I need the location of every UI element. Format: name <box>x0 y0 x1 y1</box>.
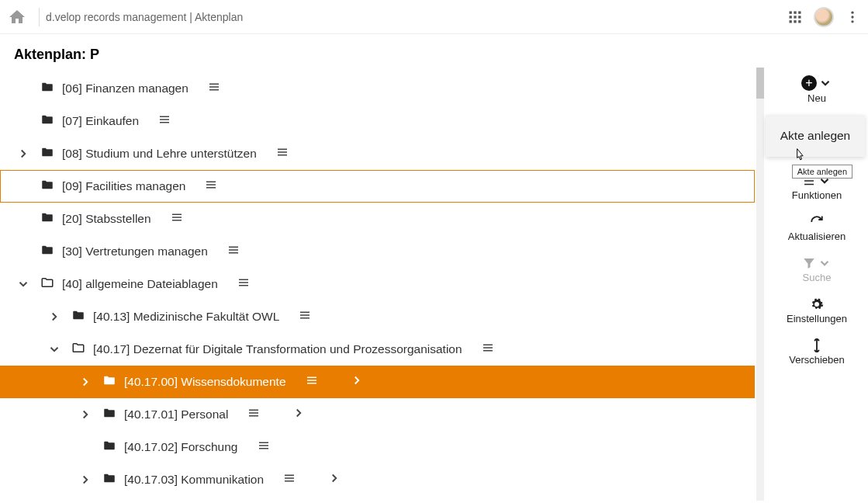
row-menu-icon[interactable] <box>236 406 261 423</box>
tree-row-label: [40.17] Dezernat für Digitale Transforma… <box>93 342 462 356</box>
tree-row-401702[interactable]: [40.17.02] Forschung <box>0 431 755 463</box>
filter-icon <box>802 256 816 270</box>
tree-row-40[interactable]: [40] allgemeine Dateiablagen <box>0 268 755 300</box>
row-menu-icon[interactable] <box>196 80 221 97</box>
folder-icon <box>40 80 54 97</box>
scrollbar[interactable] <box>755 68 766 501</box>
tree-row-401703[interactable]: [40.17.03] Kommunikation <box>0 463 755 496</box>
sidebar-einstellungen-label: Einstellungen <box>787 313 847 324</box>
row-chevron-icon[interactable] <box>268 406 306 423</box>
chevron-down-icon <box>818 256 832 270</box>
gear-icon <box>810 297 824 311</box>
sidebar-verschieben-label: Verschieben <box>789 354 845 366</box>
tree-row-label: [40.17.03] Kommunikation <box>124 473 264 487</box>
row-menu-icon[interactable] <box>226 276 251 293</box>
row-menu-icon[interactable] <box>470 341 495 358</box>
tree-row-label: [09] Facilities managen <box>62 179 185 193</box>
tree-row-30[interactable]: [30] Vertretungen managen <box>0 235 755 268</box>
plus-icon: + <box>801 75 817 91</box>
tree-row-401700[interactable]: [40.17.00] Wissensdokumente <box>0 366 755 398</box>
tree-row-09[interactable]: [09] Facilities managen <box>0 170 755 203</box>
svg-rect-4 <box>794 16 796 18</box>
tree-panel: [06] Finanzen managen[07] Einkaufen[08] … <box>0 68 755 501</box>
sidebar-einstellungen[interactable]: Einstellungen <box>787 297 847 324</box>
folder-icon <box>40 210 54 227</box>
move-icon <box>810 338 824 352</box>
folder-icon <box>71 341 85 358</box>
divider <box>39 8 40 26</box>
expand-icon[interactable] <box>14 147 33 161</box>
expand-icon[interactable] <box>76 473 95 487</box>
tree-row-label: [20] Stabsstellen <box>62 212 151 226</box>
apps-icon[interactable] <box>787 9 803 25</box>
more-icon[interactable] <box>845 9 860 25</box>
tree-row-label: [07] Einkaufen <box>62 114 139 128</box>
tree-row-07[interactable]: [07] Einkaufen <box>0 105 755 137</box>
breadcrumb: d.velop records management | Aktenplan <box>46 11 243 23</box>
refresh-icon <box>810 215 824 229</box>
user-avatar[interactable] <box>814 7 834 27</box>
tree-row-4017[interactable]: [40.17] Dezernat für Digitale Transforma… <box>0 333 755 366</box>
svg-rect-3 <box>790 16 792 18</box>
top-bar: d.velop records management | Aktenplan <box>0 0 868 34</box>
expand-icon[interactable] <box>76 408 95 421</box>
tree-row-401701[interactable]: [40.17.01] Personal <box>0 398 755 431</box>
sidebar-suche[interactable]: Suche <box>802 256 832 283</box>
tree-row-label: [06] Finanzen managen <box>62 82 188 95</box>
tree-row-06[interactable]: [06] Finanzen managen <box>0 72 755 105</box>
folder-icon <box>40 145 54 162</box>
row-chevron-icon[interactable] <box>327 373 364 390</box>
page-title: Aktenplan: P <box>0 34 868 68</box>
home-icon[interactable] <box>8 8 26 26</box>
dropdown-akte-anlegen[interactable]: Akte anlegen <box>766 126 865 146</box>
svg-rect-7 <box>794 20 796 23</box>
svg-point-10 <box>851 16 853 18</box>
row-menu-icon[interactable] <box>159 210 184 227</box>
tree-row-label: [40.17.02] Forschung <box>124 440 238 454</box>
expand-icon[interactable] <box>76 375 95 389</box>
tree-row-label: [40] allgemeine Dateiablagen <box>62 277 218 291</box>
tree-row-4013[interactable]: [40.13] Medizinische Fakultät OWL <box>0 300 755 333</box>
sidebar-suche-label: Suche <box>803 272 832 283</box>
tree-row-label: [40.13] Medizinische Fakultät OWL <box>93 310 279 324</box>
row-menu-icon[interactable] <box>193 178 218 195</box>
folder-icon <box>40 113 54 130</box>
folder-icon <box>40 276 54 293</box>
svg-rect-5 <box>798 16 801 18</box>
row-menu-icon[interactable] <box>287 308 312 325</box>
row-menu-icon[interactable] <box>294 373 319 390</box>
tree-row-08[interactable]: [08] Studium und Lehre unterstützen <box>0 137 755 170</box>
row-menu-icon[interactable] <box>265 145 289 162</box>
folder-icon <box>102 373 116 390</box>
expand-icon[interactable] <box>14 277 33 291</box>
row-menu-icon[interactable] <box>246 439 271 456</box>
tree-row-20[interactable]: [20] Stabsstellen <box>0 203 755 235</box>
tree-row-label: [40.17.01] Personal <box>124 408 228 421</box>
row-menu-icon[interactable] <box>216 243 240 260</box>
expand-icon[interactable] <box>45 310 64 324</box>
row-chevron-icon[interactable] <box>304 471 341 488</box>
sidebar-aktualisieren-label: Aktualisieren <box>788 231 846 242</box>
sidebar-verschieben[interactable]: Verschieben <box>789 338 845 366</box>
folder-icon <box>71 308 85 325</box>
cursor-pointer-icon <box>792 147 807 164</box>
neu-dropdown: Akte anlegen <box>766 115 865 157</box>
tree-row-label: [40.17.00] Wissensdokumente <box>124 375 286 389</box>
row-menu-icon[interactable] <box>147 113 171 130</box>
svg-point-11 <box>851 20 853 23</box>
sidebar-aktualisieren[interactable]: Aktualisieren <box>788 215 846 242</box>
sidebar-neu[interactable]: + Neu <box>801 75 832 104</box>
expand-icon[interactable] <box>45 342 64 356</box>
row-menu-icon[interactable] <box>271 471 296 488</box>
sidebar-funktionen-label: Funktionen <box>792 189 842 201</box>
folder-icon <box>102 439 116 456</box>
svg-rect-0 <box>790 11 792 13</box>
folder-icon <box>40 178 54 195</box>
folder-icon <box>102 406 116 423</box>
folder-icon <box>40 243 54 260</box>
svg-rect-1 <box>794 11 796 13</box>
folder-icon <box>102 471 116 488</box>
svg-point-9 <box>851 11 853 13</box>
tooltip: Akte anlegen <box>792 165 852 179</box>
svg-rect-8 <box>798 20 801 23</box>
